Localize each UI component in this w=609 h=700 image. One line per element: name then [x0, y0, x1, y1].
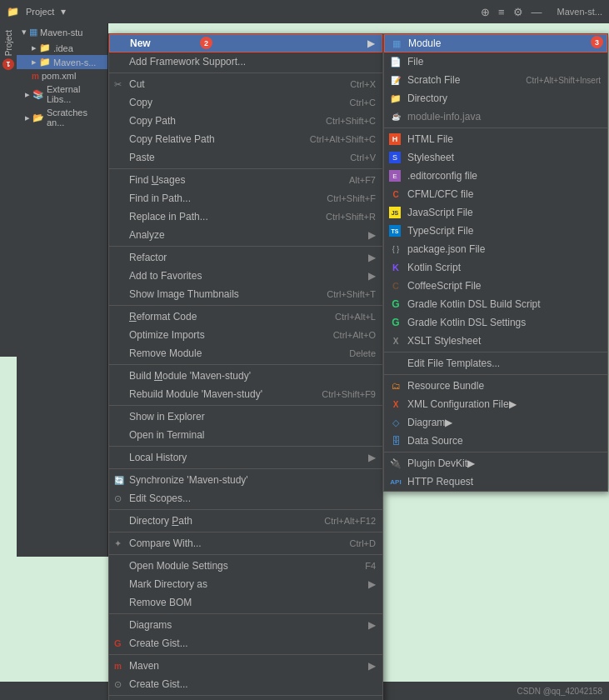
- menu-item-analyze[interactable]: Analyze▶: [109, 226, 382, 244]
- badge-3: 3: [591, 36, 603, 48]
- xml-icon: X: [389, 398, 402, 411]
- sub-divider-4: [384, 452, 607, 452]
- submenu-item-datasource[interactable]: 🗄 Data Source: [384, 432, 607, 450]
- menu-item-copypath[interactable]: Copy PathCtrl+Shift+C: [109, 112, 382, 130]
- badge-2: 2: [200, 37, 212, 49]
- submenu-item-html[interactable]: H HTML File: [384, 130, 607, 148]
- tree-item-idea[interactable]: ▸📁.idea: [17, 41, 107, 55]
- submenu-item-cfml[interactable]: C CFML/CFC file: [384, 185, 607, 203]
- maven-icon: m: [114, 662, 122, 671]
- badge-1: 1: [2, 58, 14, 70]
- menu-item-maven[interactable]: m Maven▶: [109, 657, 382, 675]
- submenu-item-coffee[interactable]: C CoffeeScript File: [384, 277, 607, 295]
- datasource-icon: 🗄: [389, 434, 402, 448]
- menu-item-addtofav[interactable]: Add to Favorites▶: [109, 267, 382, 285]
- toolbar-icon-gear[interactable]: ⚙: [513, 6, 523, 18]
- stylesheet-icon: S: [389, 152, 401, 163]
- submenu-item-edittemps[interactable]: Edit File Templates...: [384, 354, 607, 372]
- menu-item-cut[interactable]: ✂ CutCtrl+X: [109, 75, 382, 93]
- toolbar-dropdown-icon[interactable]: ▾: [61, 6, 66, 18]
- submenu-item-js[interactable]: JS JavaScript File: [384, 203, 607, 222]
- menu-item-removemod[interactable]: Remove ModuleDelete: [109, 344, 382, 362]
- menu-item-showthumbs[interactable]: Show Image ThumbnailsCtrl+Shift+T: [109, 285, 382, 303]
- submenu-item-gradlekotlin1[interactable]: G Gradle Kotlin DSL Build Script: [384, 295, 607, 313]
- submenu-item-ts[interactable]: TS TypeScript File: [384, 222, 607, 240]
- menu-item-reformat[interactable]: Reformat CodeCtrl+Alt+L: [109, 308, 382, 326]
- submenu-item-xslt[interactable]: X XSLT Stylesheet: [384, 332, 607, 350]
- submenu-item-moduleinfo[interactable]: ☕ module-info.java: [384, 108, 607, 126]
- toolbar-project-icon: 📁: [7, 6, 19, 18]
- kotlin-icon: K: [389, 261, 402, 274]
- menu-item-refactor[interactable]: Refactor▶: [109, 248, 382, 267]
- directory-icon: 📁: [389, 92, 402, 105]
- submenu-item-xmlconfig[interactable]: X XML Configuration File ▶: [384, 395, 607, 413]
- divider-1: [109, 72, 382, 73]
- menu-item-diagrams[interactable]: Diagrams▶: [109, 616, 382, 634]
- submenu-item-httprequest[interactable]: API HTTP Request: [384, 472, 607, 491]
- project-root[interactable]: ▾ ▦ Maven-stu: [17, 23, 107, 41]
- menu-item-replace[interactable]: Replace in Path...Ctrl+Shift+R: [109, 208, 382, 226]
- project-tab-vertical[interactable]: 1 Project: [2, 30, 14, 70]
- divider-4: [109, 305, 382, 306]
- submenu-item-stylesheet[interactable]: S Stylesheet: [384, 148, 607, 167]
- packagejson-icon: { }: [389, 242, 402, 256]
- toolbar-right: ⊕ ≡ ⚙ — Maven-st...: [481, 6, 602, 18]
- http-icon: API: [389, 475, 402, 488]
- menu-item-removebom[interactable]: Remove BOM: [109, 593, 382, 612]
- menu-item-paste[interactable]: PasteCtrl+V: [109, 148, 382, 167]
- menu-item-editscopes[interactable]: ⊙ Edit Scopes...: [109, 489, 382, 508]
- menu-item-optimize[interactable]: Optimize ImportsCtrl+Alt+O: [109, 326, 382, 344]
- menu-item-comparewith[interactable]: ✦ Compare With...Ctrl+D: [109, 534, 382, 552]
- scopes-icon: ⊙: [114, 493, 122, 504]
- menu-item-creategist2[interactable]: ⊙ Create Gist...: [109, 675, 382, 693]
- submenu-item-file[interactable]: 📄 File: [384, 52, 607, 71]
- coffee-icon: C: [389, 279, 402, 292]
- toolbar-icon-list[interactable]: ≡: [498, 6, 505, 18]
- menu-item-rebuildmod[interactable]: Rebuild Module 'Maven-study'Ctrl+Shift+F…: [109, 385, 382, 403]
- menu-item-localhist[interactable]: Local History▶: [109, 448, 382, 467]
- toolbar-icon-minimize[interactable]: —: [532, 6, 542, 18]
- toolbar-icon-plus[interactable]: ⊕: [481, 6, 490, 18]
- divider-2: [109, 168, 382, 169]
- menu-item-creategist[interactable]: G Create Gist...: [109, 634, 382, 652]
- diagram-icon: ◇: [389, 416, 402, 429]
- tree-item-external[interactable]: ▸📚External Libs...: [17, 82, 107, 106]
- submenu-item-resbundle[interactable]: 🗂 Resource Bundle: [384, 377, 607, 395]
- gist-icon-1: G: [114, 638, 122, 648]
- menu-item-framework[interactable]: Add Framework Support...: [109, 52, 382, 71]
- divider-7: [109, 446, 382, 447]
- compare-icon: ✦: [114, 538, 122, 549]
- menu-item-copy[interactable]: CopyCtrl+C: [109, 93, 382, 112]
- tree-item-maven-s[interactable]: ▸📁Maven-s...: [17, 55, 107, 69]
- submenu-item-module[interactable]: ▦ Module 3: [384, 34, 607, 52]
- js-icon: JS: [389, 207, 401, 218]
- submenu-item-packagejson[interactable]: { } package.json File: [384, 240, 607, 258]
- submenu-item-plugindevkit[interactable]: 🔌 Plugin DevKit ▶: [384, 454, 607, 472]
- submenu-new: ▦ Module 3 📄 File 📝 Scratch File Ctrl+Al…: [383, 33, 608, 492]
- submenu-item-directory[interactable]: 📁 Directory: [384, 89, 607, 108]
- sub-divider-2: [384, 352, 607, 352]
- menu-item-buildmod[interactable]: Build Module 'Maven-study': [109, 367, 382, 385]
- tree-item-pom[interactable]: mpom.xml: [17, 69, 107, 82]
- submenu-item-scratchfile[interactable]: 📝 Scratch File Ctrl+Alt+Shift+Insert: [384, 71, 607, 89]
- cfml-icon: C: [389, 188, 402, 201]
- menu-item-openterm[interactable]: Open in Terminal: [109, 426, 382, 444]
- submenu-item-editorconfig[interactable]: E .editorconfig file: [384, 167, 607, 185]
- gradle-kotlin-settings-icon: G: [389, 316, 402, 329]
- menu-item-markdir[interactable]: Mark Directory as▶: [109, 575, 382, 593]
- submenu-item-gradlekotlin2[interactable]: G Gradle Kotlin DSL Settings: [384, 313, 607, 332]
- menu-item-openmodsettings[interactable]: Open Module SettingsF4: [109, 557, 382, 575]
- left-sidebar: 1 Project: [0, 23, 17, 357]
- divider-9: [109, 509, 382, 510]
- menu-item-findusages[interactable]: Find UsagesAlt+F7: [109, 171, 382, 189]
- menu-item-findinpath[interactable]: Find in Path...Ctrl+Shift+F: [109, 189, 382, 208]
- menu-item-dirpath[interactable]: Directory PathCtrl+Alt+F12: [109, 512, 382, 530]
- submenu-item-kotlin[interactable]: K Kotlin Script: [384, 258, 607, 277]
- divider-8: [109, 468, 382, 469]
- tree-item-scratches[interactable]: ▸📂Scratches an...: [17, 106, 107, 129]
- menu-item-new[interactable]: New ▶ 2: [109, 34, 382, 52]
- menu-item-copyrel[interactable]: Copy Relative PathCtrl+Alt+Shift+C: [109, 130, 382, 148]
- menu-item-showinexplorer[interactable]: Show in Explorer: [109, 408, 382, 426]
- menu-item-sync[interactable]: 🔄 Synchronize 'Maven-study': [109, 471, 382, 489]
- submenu-item-diagram[interactable]: ◇ Diagram ▶: [384, 413, 607, 432]
